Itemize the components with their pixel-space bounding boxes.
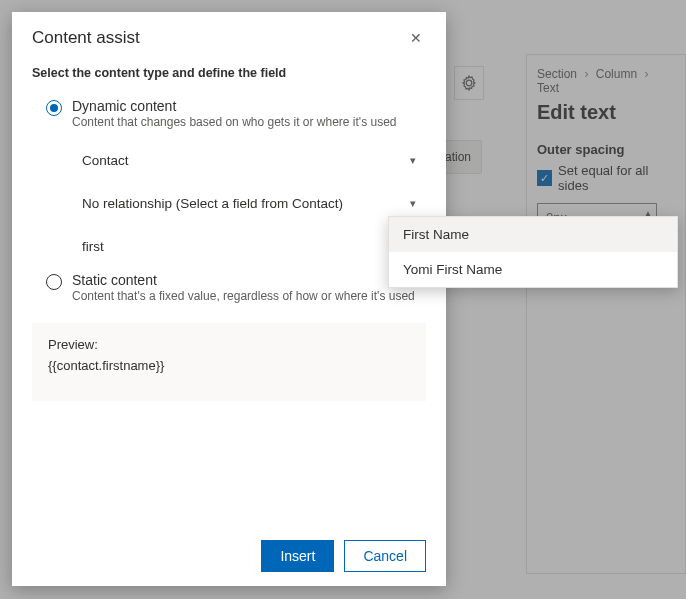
autocomplete-item[interactable]: First Name	[389, 217, 677, 252]
modal-instruction: Select the content type and define the f…	[32, 66, 426, 80]
autocomplete-item[interactable]: Yomi First Name	[389, 252, 677, 287]
option-description: Content that changes based on who gets i…	[72, 115, 397, 129]
preview-label: Preview:	[48, 337, 410, 352]
entity-select[interactable]: Contact ▾	[74, 139, 420, 182]
content-assist-modal: Content assist ✕ Select the content type…	[12, 12, 446, 586]
close-button[interactable]: ✕	[406, 28, 426, 48]
chevron-down-icon: ▾	[410, 154, 416, 167]
option-description: Content that's a fixed value, regardless…	[72, 289, 415, 303]
close-icon: ✕	[410, 30, 422, 46]
option-label: Static content	[72, 272, 415, 288]
relationship-select[interactable]: No relationship (Select a field from Con…	[74, 182, 420, 225]
field-search-input[interactable]	[74, 225, 420, 268]
chevron-down-icon: ▾	[410, 197, 416, 210]
radio-unselected-icon[interactable]	[46, 274, 62, 290]
radio-selected-icon[interactable]	[46, 100, 62, 116]
entity-select-value: Contact	[82, 153, 129, 168]
modal-title: Content assist	[32, 28, 140, 48]
preview-box: Preview: {{contact.firstname}}	[32, 323, 426, 401]
preview-value: {{contact.firstname}}	[48, 358, 410, 373]
option-label: Dynamic content	[72, 98, 397, 114]
relationship-select-value: No relationship (Select a field from Con…	[82, 196, 343, 211]
option-dynamic-content[interactable]: Dynamic content Content that changes bas…	[32, 94, 426, 139]
option-static-content[interactable]: Static content Content that's a fixed va…	[32, 268, 426, 313]
autocomplete-flyout: First Name Yomi First Name	[388, 216, 678, 288]
cancel-button[interactable]: Cancel	[344, 540, 426, 572]
insert-button[interactable]: Insert	[261, 540, 334, 572]
